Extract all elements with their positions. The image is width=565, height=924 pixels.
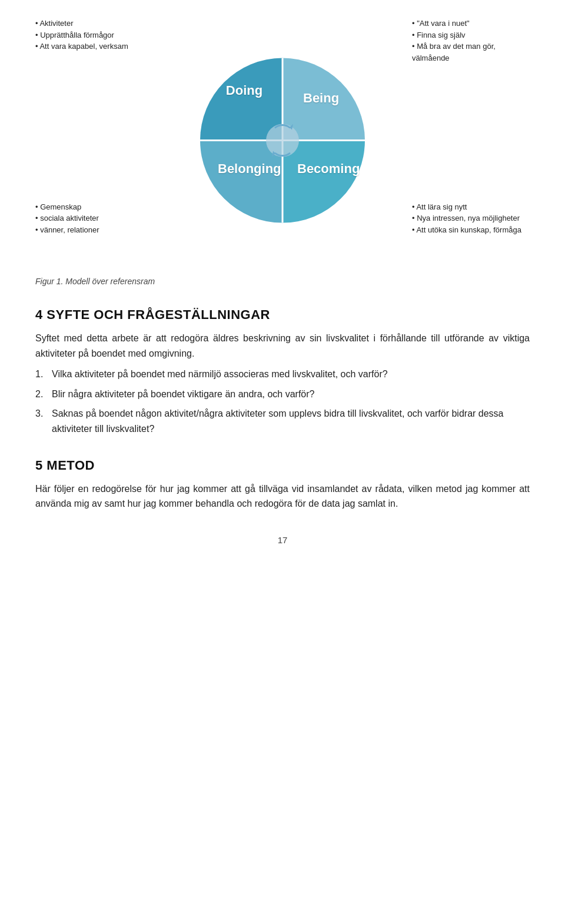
- tr-item-1: "Att vara i nuet": [412, 18, 530, 29]
- svg-point-2: [266, 124, 299, 157]
- br-item-3: Att utöka sin kunskap, förmåga: [412, 224, 530, 236]
- bl-item-3: vänner, relationer: [35, 224, 147, 236]
- quadrant-svg: [188, 46, 377, 235]
- q3-text: Saknas på boendet någon aktivitet/några …: [52, 406, 530, 436]
- br-item-1: Att lära sig nytt: [412, 201, 530, 213]
- q1-text: Vilka aktiviteter på boendet med närmilj…: [52, 367, 388, 382]
- corner-bottom-right: Att lära sig nytt Nya intressen, nya möj…: [412, 201, 530, 236]
- question-1: 1. Vilka aktiviteter på boendet med närm…: [35, 367, 530, 382]
- bl-item-1: Gemenskap: [35, 201, 147, 213]
- br-item-2: Nya intressen, nya möjligheter: [412, 212, 530, 224]
- tl-item-3: Att vara kapabel, verksam: [35, 41, 147, 52]
- question-3: 3. Saknas på boendet någon aktivitet/någ…: [35, 406, 530, 436]
- section5-text: Här följer en redogörelse för hur jag ko…: [35, 481, 530, 511]
- q2-text: Blir några aktiviteter på boendet viktig…: [52, 387, 314, 402]
- corner-top-right: "Att vara i nuet" Finna sig själv Må bra…: [412, 18, 530, 64]
- question-2: 2. Blir några aktiviteter på boendet vik…: [35, 387, 530, 402]
- page-number: 17: [35, 535, 530, 545]
- central-circle: Doing Being Belonging Becoming: [188, 46, 377, 235]
- tl-item-2: Upprätthålla förmågor: [35, 29, 147, 41]
- q3-num: 3.: [35, 406, 52, 436]
- diagram-container: Aktiviteter Upprätthålla förmågor Att va…: [35, 18, 530, 271]
- tl-item-1: Aktiviteter: [35, 18, 147, 29]
- tr-item-3: Må bra av det man gör, välmående: [412, 41, 530, 64]
- tr-item-2: Finna sig själv: [412, 29, 530, 41]
- page: Aktiviteter Upprätthålla förmågor Att va…: [0, 0, 565, 924]
- section5-heading: 5 METOD: [35, 458, 530, 473]
- bl-item-2: sociala aktiviteter: [35, 212, 147, 224]
- section4-heading: 4 SYFTE OCH FRÅGESTÄLLNINGAR: [35, 307, 530, 323]
- q1-num: 1.: [35, 367, 52, 382]
- figure-caption: Figur 1. Modell över referensram: [35, 277, 530, 286]
- section4-intro: Syftet med detta arbete är att redogöra …: [35, 331, 530, 361]
- q2-num: 2.: [35, 387, 52, 402]
- corner-bottom-left: Gemenskap sociala aktiviteter vänner, re…: [35, 201, 147, 236]
- questions-list: 1. Vilka aktiviteter på boendet med närm…: [35, 367, 530, 436]
- corner-top-left: Aktiviteter Upprätthålla förmågor Att va…: [35, 18, 147, 52]
